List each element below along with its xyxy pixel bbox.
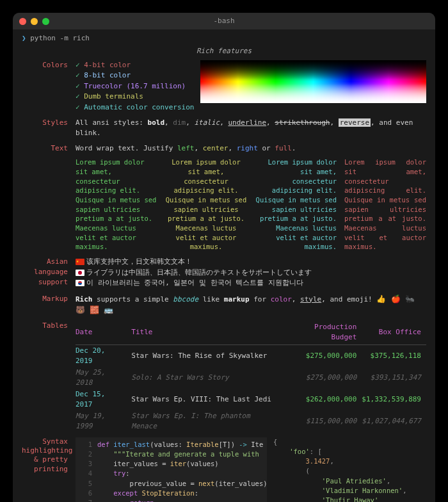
prompt-line: ❯ python -m rich <box>22 33 426 44</box>
styles-demo: All ansi styles: bold, dim, italic, unde… <box>76 118 426 138</box>
section-colors: Colors ✓ 4-bit color ✓ 8-bit color ✓ Tru… <box>22 60 426 113</box>
movies-table: Date Title Production Budget Box Office … <box>76 321 426 432</box>
table-row: May 19, 1999Star Wars Ep. I: The phantom… <box>76 410 426 432</box>
section-label: Asian language support <box>22 257 76 289</box>
table-row: Dec 15, 2017Star Wars Ep. VIII: The Last… <box>76 389 426 410</box>
flag-jp-icon <box>76 270 84 276</box>
section-asian: Asian language support 该库支持中文，日文和韩文文本！ ラ… <box>22 257 426 289</box>
flag-cn-icon <box>76 259 84 265</box>
titlebar: -bash <box>13 13 435 29</box>
col-title: Title <box>131 321 284 344</box>
cjk-lines: 该库支持中文，日文和韩文文本！ ライブラリは中国語、日本語、韓国語のテキストをサ… <box>76 257 426 289</box>
lorem-right: Lorem ipsum dolor sit amet, consectetur … <box>255 158 337 252</box>
markup-line: Rich supports a simple bbcode like marku… <box>76 294 426 316</box>
flag-kr-icon <box>76 280 84 286</box>
prompt-caret: ❯ <box>22 34 26 42</box>
section-markup: Markup Rich supports a simple bbcode lik… <box>22 294 426 316</box>
color-spectrum <box>200 60 426 103</box>
section-syntax: Syntax highlighting & pretty printing 1d… <box>22 437 426 502</box>
lorem-left: Lorem ipsum dolor sit amet, consectetur … <box>76 158 157 252</box>
col-budget: Production Budget <box>285 321 362 344</box>
window-title: -bash <box>13 16 435 26</box>
lorem-center: Lorem ipsum dolor sit amet, consectetur … <box>165 158 247 252</box>
col-date: Date <box>76 321 131 344</box>
section-label: Markup <box>22 294 76 316</box>
table-row: Dec 20, 2019Star Wars: The Rise of Skywa… <box>76 345 426 367</box>
section-label: Syntax highlighting & pretty printing <box>22 437 76 502</box>
section-label: Styles <box>22 118 76 138</box>
color-features-list: ✓ 4-bit color ✓ 8-bit color ✓ Truecolor … <box>76 60 194 113</box>
col-box: Box Office <box>362 321 426 344</box>
section-label: Text <box>22 143 76 252</box>
section-label: Tables <box>22 321 76 432</box>
section-styles: Styles All ansi styles: bold, dim, itali… <box>22 118 426 138</box>
prompt-command: python -m rich <box>30 34 90 42</box>
justify-line: Word wrap text. Justify left, center, ri… <box>76 143 426 154</box>
code-pane: 1def iter_last(values: Iterable[T]) -> I… <box>76 437 267 502</box>
table-row: May 25, 2018Solo: A Star Wars Story$275,… <box>76 367 426 389</box>
section-label: Colors <box>22 60 76 113</box>
page-title: Rich features <box>22 46 426 56</box>
terminal-body: ❯ python -m rich Rich features Colors ✓ … <box>13 29 435 502</box>
section-text: Text Word wrap text. Justify left, cente… <box>22 143 426 252</box>
terminal-window: -bash ❯ python -m rich Rich features Col… <box>13 13 435 502</box>
lorem-full: Lorem ipsum dolor sit amet, consectetur … <box>344 158 426 252</box>
section-tables: Tables Date Title Production Budget Box … <box>22 321 426 432</box>
data-pane: { 'foo': [ 3.1427, ( 'Paul Atriedies', '… <box>273 437 426 502</box>
lorem-grid: Lorem ipsum dolor sit amet, consectetur … <box>76 158 426 252</box>
